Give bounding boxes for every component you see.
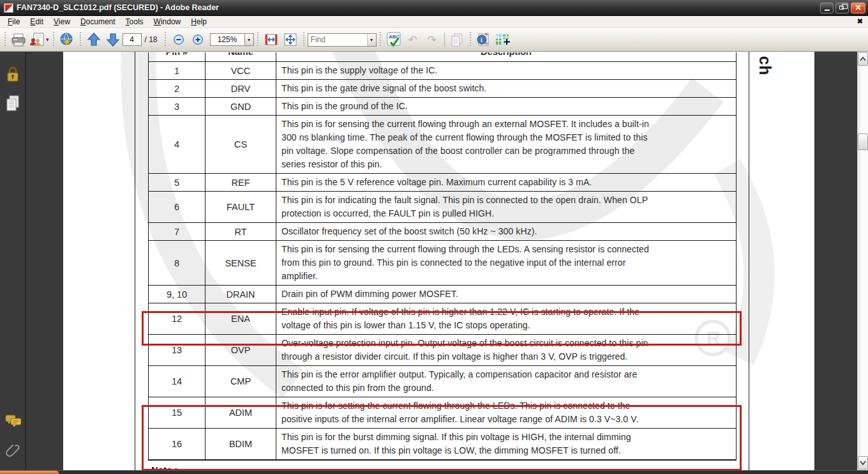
menu-bar: FileEditViewDocumentToolsWindowHelp✖ xyxy=(0,16,868,28)
print-button[interactable] xyxy=(10,31,27,49)
restore-button[interactable] xyxy=(835,3,849,13)
close-icon: ✕ xyxy=(855,3,861,12)
toolbar-grip[interactable] xyxy=(469,32,472,47)
scroll-up-button[interactable] xyxy=(858,52,868,66)
table-row: 13OVPOver-voltage protection input pin. … xyxy=(149,335,736,366)
menu-item-file[interactable]: File xyxy=(3,16,25,27)
cell-pin-number: 5 xyxy=(149,174,206,191)
copy-button[interactable] xyxy=(448,31,466,49)
cell-pin-name: REF xyxy=(206,174,276,191)
taskbar-edge xyxy=(0,470,868,474)
geospatial-grid-icon xyxy=(494,31,512,48)
restore-icon xyxy=(839,6,844,10)
menu-item-edit[interactable]: Edit xyxy=(25,16,49,27)
navigation-pane xyxy=(0,52,26,470)
fit-page-icon xyxy=(283,33,297,47)
menu-item-tools[interactable]: Tools xyxy=(121,16,149,27)
cell-pin-number: 9, 10 xyxy=(149,286,206,303)
zoom-in-button[interactable] xyxy=(189,31,207,49)
cell-pin-name: DRV xyxy=(206,80,276,97)
table-row: 14CMPThis pin is the error amplifier out… xyxy=(149,366,736,397)
toolbar-grip[interactable] xyxy=(379,32,382,47)
abc-check-icon: ABC xyxy=(385,31,402,48)
share-dropdown-caret: ▾ xyxy=(46,36,49,43)
pin-table-body: 1VCCThis pin is the supply voltage of th… xyxy=(149,62,736,460)
cell-pin-description: Over-voltage protection input pin. Outpu… xyxy=(276,335,736,365)
cell-pin-number: 4 xyxy=(149,116,206,173)
chevron-down-icon xyxy=(860,461,866,465)
menu-item-window[interactable]: Window xyxy=(149,16,186,27)
attachments-panel-button[interactable] xyxy=(4,441,21,460)
toolbar-grip[interactable] xyxy=(164,32,167,47)
table-row: 9, 10DRAINDrain pin of PWM dimming power… xyxy=(149,286,736,303)
cell-pin-name: RT xyxy=(206,223,276,240)
svg-text:i: i xyxy=(481,36,483,43)
cell-pin-description: This pin is the supply voltage of the IC… xyxy=(276,62,736,79)
fit-width-button[interactable] xyxy=(262,31,280,49)
cell-pin-description: This pin is for sensing the current flow… xyxy=(276,116,736,173)
vertical-scrollbar[interactable] xyxy=(857,52,868,470)
minus-circle-icon xyxy=(173,34,184,45)
adobe-reader-window: FAN7340-D_SLC1012.pdf (SECURED) - Adobe … xyxy=(0,0,868,474)
pages-panel-button[interactable] xyxy=(4,94,21,113)
create-pdf-online-button[interactable] xyxy=(58,31,76,49)
scroll-down-button[interactable] xyxy=(858,456,868,470)
next-page-button[interactable] xyxy=(104,31,122,49)
find-input[interactable] xyxy=(308,34,367,45)
page-count-label: / 18 xyxy=(145,35,158,44)
document-canvas[interactable]: R ch Pin # Name Description 1VCCThis pin… xyxy=(26,52,857,470)
minimize-button[interactable] xyxy=(820,3,834,13)
share-review-button[interactable]: ▾ xyxy=(29,31,49,49)
table-row: 15ADIMThis pin is for setting the curren… xyxy=(149,397,736,429)
start-button[interactable] xyxy=(0,471,59,474)
lock-icon xyxy=(5,65,20,83)
cell-pin-description: This pin is for indicating the fault sig… xyxy=(276,192,736,222)
cell-pin-description: This pin is the ground of the IC. xyxy=(276,98,736,115)
table-row: 8SENSEThis pin is for sensing the curren… xyxy=(149,241,736,286)
toolbar-grip[interactable] xyxy=(4,32,6,47)
close-document-icon[interactable]: ✖ xyxy=(857,17,863,26)
cell-pin-description: This pin is the gate drive signal of the… xyxy=(276,80,736,97)
comments-panel-button[interactable] xyxy=(4,411,21,431)
cell-pin-number: 8 xyxy=(149,241,206,285)
geospatial-tool-button[interactable] xyxy=(494,31,512,49)
table-row: 7RTOscillator frequency set of the boost… xyxy=(149,223,736,241)
globe-star-icon xyxy=(59,32,75,48)
toolbar-grip[interactable] xyxy=(52,32,55,47)
redo-button[interactable]: ↷ xyxy=(423,31,441,49)
menu-item-document[interactable]: Document xyxy=(75,16,121,27)
security-lock-button[interactable] xyxy=(4,65,21,84)
zoom-dropdown-caret[interactable]: ▾ xyxy=(245,33,254,46)
scrollbar-thumb[interactable] xyxy=(858,134,868,150)
cell-pin-name: VCC xyxy=(206,62,276,79)
window-title: FAN7340-D_SLC1012.pdf (SECURED) - Adobe … xyxy=(17,3,820,12)
object-data-tool-button[interactable]: i xyxy=(475,31,493,49)
table-row: 16BDIMThis pin is for the burst dimming … xyxy=(149,429,736,460)
table-row: 6FAULTThis pin is for indicating the fau… xyxy=(149,192,736,223)
find-dropdown-caret[interactable]: ▾ xyxy=(367,34,376,46)
pdf-app-icon xyxy=(4,3,13,13)
menu-item-help[interactable]: Help xyxy=(186,16,212,27)
current-page-input[interactable] xyxy=(123,33,142,46)
table-row: 12ENAEnable input pin. If voltage of thi… xyxy=(149,303,736,335)
toolbar-separator xyxy=(444,33,445,47)
previous-page-button[interactable] xyxy=(85,31,103,49)
close-button[interactable]: ✕ xyxy=(851,3,865,13)
zoom-level-value[interactable]: 125% xyxy=(210,33,245,46)
cell-pin-name: DRAIN xyxy=(206,286,276,303)
menu-item-view[interactable]: View xyxy=(49,16,75,27)
toolbar-grip[interactable] xyxy=(79,32,82,47)
arrow-down-icon xyxy=(106,32,120,47)
cell-pin-name: CMP xyxy=(206,366,276,397)
redo-icon: ↷ xyxy=(427,34,436,45)
zoom-out-button[interactable] xyxy=(170,31,188,49)
undo-button[interactable]: ↶ xyxy=(404,31,422,49)
toolbar-grip[interactable] xyxy=(303,32,305,47)
fit-page-button[interactable] xyxy=(281,31,299,49)
pin-description-table: Pin # Name Description 1VCCThis pin is t… xyxy=(148,52,737,461)
spellcheck-button[interactable]: ABC xyxy=(385,31,403,49)
comments-icon xyxy=(4,413,21,429)
toolbar-grip[interactable] xyxy=(257,32,259,47)
cell-pin-number: 14 xyxy=(149,366,206,397)
table-row: 4CSThis pin is for sensing the current f… xyxy=(149,116,736,174)
